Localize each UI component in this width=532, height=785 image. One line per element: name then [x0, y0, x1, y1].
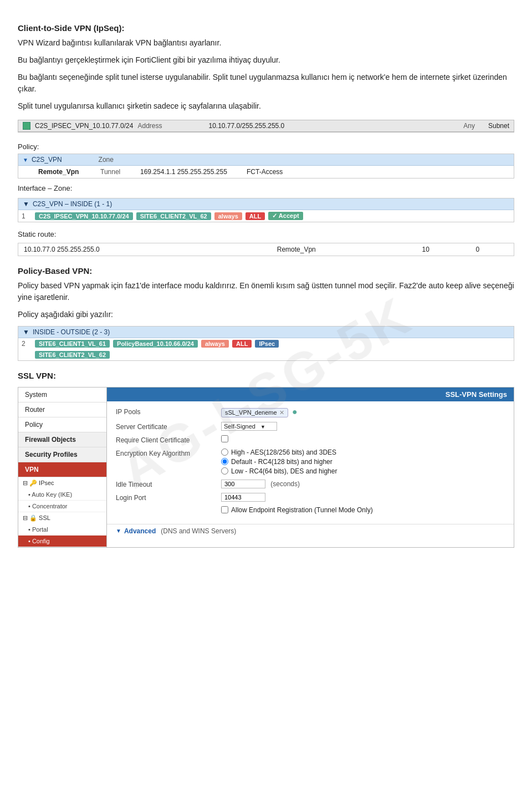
tree-ipsec: ⊟ 🔑 IPsec	[18, 477, 106, 489]
ssl-panel: System Router Policy Firewall Objects Se…	[18, 387, 514, 548]
static-route-label: Static route:	[18, 230, 514, 238]
pb-row-num: 2	[22, 340, 32, 348]
encryption-options: High - AES(128/256 bits) and 3DES Defaul…	[221, 448, 505, 475]
policy-based-heading: Policy-Based VPN:	[18, 266, 514, 276]
sidebar-item-firewall-objects[interactable]: Firewall Objects	[18, 432, 106, 447]
pb-header-text: INSIDE - OUTSIDE (2 - 3)	[33, 328, 110, 336]
c2s-config-block: C2S_IPSEC_VPN_10.10.77.0/24 Address 10.1…	[18, 120, 514, 132]
pb-policy-block: ▼ INSIDE - OUTSIDE (2 - 3) 2 SITE6_CLIEN…	[18, 326, 514, 361]
sidebar-item-policy[interactable]: Policy	[18, 417, 106, 432]
ssl-main: SSL-VPN Settings IP Pools sSL_VPN_deneme…	[107, 388, 514, 547]
server-cert-select[interactable]: Self-Signed ▼	[221, 422, 277, 431]
policy-based-section: Policy-Based VPN: Policy based VPN yapma…	[18, 266, 514, 320]
advanced-sub: (DNS and WINS Servers)	[161, 527, 236, 535]
c2s-col4: Subnet	[488, 122, 509, 130]
zone-row: 1 C2S_IPSEC_VPN_10.10.77.0/24 SITE6_CLIE…	[18, 210, 514, 222]
tree-portal[interactable]: • Portal	[18, 524, 106, 536]
zone-badge2: SITE6_CLIENT2_VL_62	[136, 212, 211, 220]
zone-badge4: ALL	[245, 212, 265, 220]
endpoint-label-spacer	[116, 506, 216, 507]
login-port-label: Login Port	[116, 493, 216, 502]
tree-ssl: ⊟ 🔒 SSL	[18, 512, 106, 524]
form-row-ip-pools: IP Pools sSL_VPN_deneme ✕ ●	[116, 407, 505, 417]
para-4: Split tunel uygulanırsa kullanıcı şirket…	[18, 100, 514, 112]
enc-label-0: High - AES(128/256 bits) and 3DES	[231, 448, 336, 456]
login-port-value	[221, 493, 505, 502]
policy-group: ▼ C2S_VPN Zone Remote_Vpn Tunnel 169.254…	[18, 154, 514, 179]
para-2: Bu bağlantıyı gerçekleştirmek için Forti…	[18, 54, 514, 66]
zone-header: ▼ C2S_VPN – INSIDE (1 - 1)	[18, 198, 514, 210]
interface-label: Interface – Zone:	[18, 184, 514, 192]
static-col3: 10	[416, 243, 470, 256]
pb-arrow-icon: ▼	[23, 328, 29, 336]
policy-based-para1: Policy based VPN yapmak için faz1'de int…	[18, 280, 514, 303]
server-cert-selected: Self-Signed	[224, 423, 255, 430]
idle-timeout-value: (seconds)	[221, 480, 505, 488]
sidebar-item-security-profiles[interactable]: Security Profiles	[18, 447, 106, 462]
sidebar-item-vpn[interactable]: VPN	[18, 462, 106, 477]
static-col4: 0	[470, 243, 514, 256]
c2s-col2: 10.10.77.0/255.255.255.0	[208, 122, 284, 130]
ip-pools-remove-icon[interactable]: ✕	[279, 409, 284, 416]
enc-label-2: Low - RC4(64 bits), DES and higher	[231, 467, 337, 475]
policy-label: Policy:	[18, 142, 514, 151]
static-route-table: 10.10.77.0 255.255.255.0 Remote_Vpn 10 0	[18, 243, 514, 256]
policy-subrow-type: Tunnel	[100, 168, 134, 176]
section-heading-c2s: Client-to-Side VPN (IpSeq):	[18, 23, 514, 33]
zone-header-text: C2S_VPN – INSIDE (1 - 1)	[33, 200, 112, 208]
pb-badge5: IPsec	[255, 340, 279, 348]
tree-concentrator[interactable]: • Concentrator	[18, 501, 106, 512]
ssl-title-bar: SSL-VPN Settings	[107, 388, 514, 401]
ip-pools-tag[interactable]: sSL_VPN_deneme ✕	[221, 408, 288, 417]
zone-badge5: ✓ Accept	[268, 212, 303, 220]
require-cert-value	[221, 435, 505, 444]
enc-option-2: Low - RC4(64 bits), DES and higher	[221, 467, 505, 475]
enc-option-0: High - AES(128/256 bits) and 3DES	[221, 448, 505, 456]
zone-badge3: always	[214, 212, 242, 220]
idle-timeout-label: Idle Timeout	[116, 480, 216, 488]
endpoint-value: Allow Endpoint Registration (Tunnel Mode…	[221, 506, 505, 514]
c2s-icon	[23, 122, 30, 130]
c2s-col1: Address	[137, 122, 204, 130]
ip-pools-add-icon[interactable]: ●	[292, 407, 298, 416]
policy-subrow-name: Remote_Vpn	[38, 168, 94, 176]
policy-group-col: Zone	[99, 156, 114, 164]
c2s-col3: Any	[463, 122, 475, 130]
form-row-server-cert: Server Certificate Self-Signed ▼	[116, 422, 505, 431]
sidebar-item-system[interactable]: System	[18, 388, 106, 402]
endpoint-label: Allow Endpoint Registration (Tunnel Mode…	[231, 506, 373, 514]
login-port-input[interactable]	[221, 493, 265, 502]
tree-autokey[interactable]: • Auto Key (IKE)	[18, 489, 106, 501]
form-row-require-cert: Require Client Certificate	[116, 435, 505, 444]
advanced-arrow-icon: ▼	[116, 528, 121, 534]
endpoint-checkbox[interactable]	[221, 506, 228, 513]
ssl-vpn-section: SSL VPN:	[18, 371, 514, 380]
enc-radio-1[interactable]	[221, 458, 228, 465]
form-row-idle-timeout: Idle Timeout (seconds)	[116, 480, 505, 488]
pb-sub-badge: SITE6_CLIENT2_VL_62	[35, 351, 110, 359]
c2s-config-header: C2S_IPSEC_VPN_10.10.77.0/24 Address 10.1…	[18, 120, 514, 132]
tree-config[interactable]: • Config	[18, 536, 106, 547]
pb-badge2: PolicyBased_10.10.66.0/24	[113, 340, 198, 348]
sidebar-item-router[interactable]: Router	[18, 402, 106, 417]
policy-group-name: C2S_VPN	[32, 156, 62, 164]
policy-group-header: ▼ C2S_VPN Zone	[18, 154, 514, 166]
require-cert-checkbox[interactable]	[221, 435, 228, 442]
ssl-advanced[interactable]: ▼ Advanced (DNS and WINS Servers)	[107, 524, 514, 538]
advanced-label: Advanced	[124, 527, 156, 535]
static-route-row: 10.10.77.0 255.255.255.0 Remote_Vpn 10 0	[18, 243, 514, 256]
pb-row2: SITE6_CLIENT2_VL_62	[18, 349, 514, 360]
enc-option-1: Default - RC4(128 bits) and higher	[221, 458, 505, 466]
form-row-encryption: Encryption Key Algorithm High - AES(128/…	[116, 448, 505, 475]
encryption-label: Encryption Key Algorithm	[116, 448, 216, 457]
ssl-form: IP Pools sSL_VPN_deneme ✕ ● Server Certi…	[107, 401, 514, 524]
ip-pools-value: sSL_VPN_deneme ✕ ●	[221, 407, 505, 417]
idle-timeout-input[interactable]	[221, 480, 265, 488]
static-col2: Remote_Vpn	[272, 243, 417, 256]
enc-radio-0[interactable]	[221, 448, 228, 456]
arrow-icon: ▼	[23, 157, 28, 163]
enc-radio-2[interactable]	[221, 467, 228, 475]
pb-badge4: ALL	[232, 340, 252, 348]
c2s-header-name: C2S_IPSEC_VPN_10.10.77.0/24	[35, 122, 133, 130]
pb-badge1: SITE6_CLIENT1_VL_61	[35, 340, 110, 348]
